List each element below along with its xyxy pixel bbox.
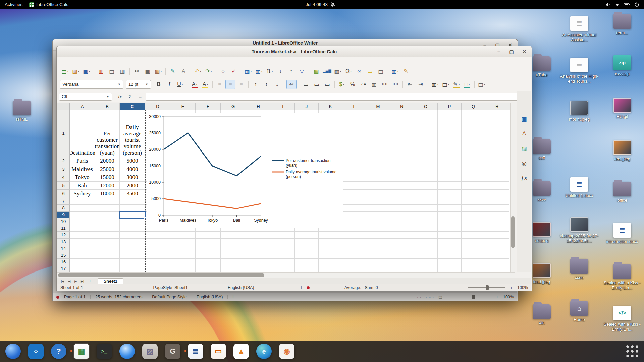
row-header-5[interactable]: 5 <box>57 182 70 190</box>
cell-P13[interactable] <box>438 239 462 245</box>
cell-P4[interactable] <box>438 173 462 182</box>
cell-K15[interactable] <box>319 252 342 259</box>
align-bottom-button[interactable]: ↓ <box>272 80 282 89</box>
desktop-icon-hu-gif[interactable]: HU.gif <box>604 98 641 119</box>
cell-A17[interactable] <box>70 265 95 272</box>
cell-Q2[interactable] <box>462 157 485 165</box>
cell-A7[interactable] <box>70 198 95 205</box>
cell-L16[interactable] <box>342 259 366 265</box>
row-header-8[interactable]: 8 <box>57 205 70 212</box>
cell-E12[interactable] <box>170 232 196 238</box>
cell-B1[interactable]: Per customer transaction (yuan) <box>95 110 120 157</box>
function-wizard-button[interactable]: fx <box>116 93 124 101</box>
cell-N1[interactable] <box>390 110 414 157</box>
undo-button[interactable]: ↶▾ <box>193 67 203 76</box>
row-header-7[interactable]: 7 <box>57 198 70 205</box>
cell-H13[interactable] <box>246 239 271 245</box>
cell-L9[interactable] <box>342 212 366 218</box>
formula-button[interactable]: = <box>136 93 145 101</box>
cell-D14[interactable] <box>145 245 170 252</box>
cell-B3[interactable]: 25000 <box>95 165 120 174</box>
cell-A1[interactable]: Destination <box>70 110 95 157</box>
column-header-N[interactable]: N <box>390 103 414 110</box>
cell-R3[interactable] <box>485 165 509 174</box>
align-top-button[interactable]: ↑ <box>251 80 261 89</box>
cell-R12[interactable] <box>485 232 509 238</box>
align-center-button[interactable]: ≡ <box>225 80 235 89</box>
background-color-button[interactable]: □▾ <box>462 80 472 89</box>
insert-hyperlink-button[interactable]: ∞ <box>354 67 364 76</box>
zoom-level[interactable]: 100% <box>517 285 528 290</box>
cell-B9[interactable] <box>95 212 120 218</box>
help-launcher[interactable]: ? <box>50 343 67 360</box>
cell-N14[interactable] <box>390 245 414 252</box>
cell-I15[interactable] <box>271 252 295 259</box>
cell-N4[interactable] <box>390 173 414 182</box>
cell-Q8[interactable] <box>462 205 485 212</box>
cell-L3[interactable] <box>342 165 366 174</box>
cell-A11[interactable] <box>70 225 95 232</box>
cell-L14[interactable] <box>342 245 366 252</box>
cell-O5[interactable] <box>414 182 438 190</box>
cell-O6[interactable] <box>414 190 438 198</box>
cell-H17[interactable] <box>246 265 271 272</box>
cell-M17[interactable] <box>366 265 390 272</box>
sort-button[interactable]: ⇅▾ <box>265 67 275 76</box>
cell-M9[interactable] <box>366 212 390 218</box>
cell-M14[interactable] <box>366 245 390 252</box>
insert-column-button[interactable]: ▦▾ <box>254 67 264 76</box>
row-header-16[interactable]: 16 <box>57 259 70 265</box>
cell-R16[interactable] <box>485 259 509 265</box>
cell-L17[interactable] <box>342 265 366 272</box>
cell-Q1[interactable] <box>462 110 485 157</box>
bold-button[interactable]: B <box>154 80 164 89</box>
cell-A15[interactable] <box>70 252 95 259</box>
cell-R4[interactable] <box>485 173 509 182</box>
conditional-formatting-button[interactable]: ▤▾ <box>477 80 487 89</box>
sort-ascending-button[interactable]: ↓ <box>275 67 285 76</box>
format-as-currency-button[interactable]: $▾ <box>337 80 347 89</box>
cell-stats[interactable]: Average: ; Sum: 0 <box>344 285 378 290</box>
cell-K16[interactable] <box>319 259 342 265</box>
formula-input[interactable] <box>146 93 522 101</box>
cell-Q10[interactable] <box>462 218 485 225</box>
cell-A4[interactable]: Tokyo <box>70 173 95 182</box>
cell-A8[interactable] <box>70 205 95 212</box>
merge-and-center-cells-button[interactable]: ▭ <box>301 80 311 89</box>
cell-C8[interactable] <box>120 205 145 212</box>
libreoffice-impress-launcher[interactable]: ▭ <box>210 343 227 360</box>
open-button[interactable]: ▨▾ <box>71 67 81 76</box>
desktop-icon-ai-assisted-virtual-assista-[interactable]: ≣AI-Assisted Virtual Assista... <box>561 16 598 43</box>
cell-Q9[interactable] <box>462 212 485 218</box>
redo-button[interactable]: ↷▾ <box>204 67 214 76</box>
functions-deck-button[interactable]: ƒx <box>520 173 529 183</box>
cell-D13[interactable] <box>145 239 170 245</box>
cell-N11[interactable] <box>390 225 414 232</box>
system-status-area[interactable] <box>605 2 644 7</box>
save-button[interactable]: ▣▾ <box>82 67 92 76</box>
cell-P7[interactable] <box>438 198 462 205</box>
calc-minimize-button[interactable]: – <box>495 48 502 55</box>
cell-P9[interactable] <box>438 212 462 218</box>
cell-J16[interactable] <box>295 259 319 265</box>
cell-M6[interactable] <box>366 190 390 198</box>
cell-C5[interactable]: 2000 <box>120 182 145 190</box>
highlighting-color-button[interactable]: A▾ <box>200 80 210 89</box>
show-draw-functions-button[interactable]: ✎ <box>401 67 411 76</box>
cell-L7[interactable] <box>342 198 366 205</box>
writer-zoom-in-button[interactable]: + <box>496 295 498 300</box>
cell-E13[interactable] <box>170 239 196 245</box>
focused-app-menu[interactable]: LibreOffice Calc <box>29 2 68 7</box>
column-header-F[interactable]: F <box>196 103 221 110</box>
column-header-K[interactable]: K <box>319 103 342 110</box>
cell-R13[interactable] <box>485 239 509 245</box>
zoom-out-button[interactable]: − <box>461 285 464 290</box>
fill-handle[interactable] <box>144 217 146 219</box>
cell-R5[interactable] <box>485 182 509 190</box>
cell-L1[interactable] <box>342 110 366 157</box>
cell-M1[interactable] <box>366 110 390 157</box>
cell-P2[interactable] <box>438 157 462 165</box>
cut-button[interactable]: ✂ <box>132 67 142 76</box>
cell-R7[interactable] <box>485 198 509 205</box>
cell-R14[interactable] <box>485 245 509 252</box>
